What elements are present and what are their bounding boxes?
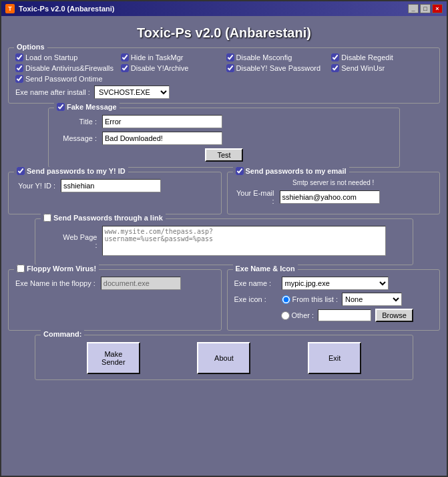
from-list-row: Exe icon : From this list : None — [234, 293, 433, 306]
exe-name-group: Exe Name & Icon Exe name : mypic.jpg.exe… — [227, 269, 441, 331]
exe-label: Exe name after install : — [15, 88, 90, 96]
title-bar: T Toxic-Ps v2.0 (Anbarestani) _ □ × — [1, 1, 447, 16]
close-button[interactable]: × — [432, 4, 443, 13]
fake-message-check[interactable] — [57, 103, 65, 111]
floppy-check[interactable] — [17, 265, 25, 273]
from-list-radio-label[interactable]: From this list : — [282, 295, 338, 304]
floppy-exe-row: Exe Name in the floppy : — [15, 277, 214, 290]
maximize-button[interactable]: □ — [420, 4, 431, 13]
option-disable-savepass-check[interactable] — [226, 64, 234, 72]
other-radio[interactable] — [281, 311, 290, 320]
exe-name-dropdown[interactable]: mypic.jpg.exe — [282, 277, 389, 290]
command-group: Command: MakeSender About Exit — [35, 335, 413, 380]
option-load-startup-check[interactable] — [15, 53, 23, 61]
email-group: Send passwords to my email Smtp server i… — [227, 172, 441, 214]
option-disable-savepass[interactable]: DisableY! Save Password — [226, 64, 328, 72]
option-disable-msconfig-check[interactable] — [226, 53, 234, 61]
title-row: Title : — [57, 115, 391, 128]
title-bar-left: T Toxic-Ps v2.0 (Anbarestani) — [5, 4, 114, 13]
exe-icon-label: Exe icon : — [234, 295, 278, 303]
other-radio-label[interactable]: Other : — [281, 311, 314, 320]
exe-name-label: Exe name : — [234, 279, 278, 287]
message-row: Message : — [57, 132, 391, 145]
title-input[interactable] — [102, 115, 222, 128]
floppy-exe-label: Exe Name in the floppy : — [15, 279, 95, 287]
main-window: T Toxic-Ps v2.0 (Anbarestani) _ □ × Toxi… — [0, 0, 448, 477]
option-disable-antivirus[interactable]: Disable Antivirus&Firewalls — [15, 64, 117, 72]
from-list-radio[interactable] — [282, 295, 290, 304]
yahoo-id-row: Your Y! ID : — [15, 179, 214, 192]
main-content: Toxic-Ps v2.0 (Anbarestani) Options Load… — [1, 16, 447, 476]
email-row: Your E-mail : — [234, 189, 433, 205]
option-load-startup[interactable]: Load on Startup — [15, 53, 117, 61]
exe-name-group-label: Exe Name & Icon — [233, 265, 298, 273]
exe-row: Exe name after install : SVCHOST.EXE EXP… — [15, 86, 433, 99]
option-disable-regedit-check[interactable] — [331, 53, 339, 61]
yahoo-id-label: Your Y! ID : — [15, 182, 55, 190]
fake-message-group: Fake Message Title : Message : Test — [48, 108, 400, 168]
yahoo-label: Send passwords to my Y! ID — [14, 167, 128, 175]
webpage-label: Web Page : — [62, 233, 97, 249]
other-input[interactable] — [318, 309, 371, 321]
option-send-pass-ontime-check[interactable] — [15, 75, 23, 83]
email-check[interactable] — [236, 167, 244, 175]
link-label: Send Passwords through a link — [41, 214, 166, 222]
exe-name-row: Exe name : mypic.jpg.exe — [234, 277, 433, 290]
option-disable-archive-check[interactable] — [121, 64, 129, 72]
minimize-button[interactable]: _ — [408, 4, 419, 13]
window-title: Toxic-Ps v2.0 (Anbarestani) — [19, 5, 114, 13]
option-send-winusr[interactable]: Send WinUsr — [331, 64, 433, 72]
browse-button[interactable]: Browse — [375, 309, 413, 322]
floppy-group: Floppy Worm Virus! Exe Name in the flopp… — [8, 269, 222, 331]
option-disable-regedit[interactable]: Disable Regedit — [331, 53, 433, 61]
link-check[interactable] — [43, 214, 51, 222]
option-disable-msconfig[interactable]: Disable Msconfig — [226, 53, 328, 61]
message-label: Message : — [57, 134, 97, 142]
smtp-note: Smtp server is not needed ! — [234, 179, 433, 186]
other-row: Other : Browse — [234, 309, 433, 322]
exe-name-select[interactable]: SVCHOST.EXE EXPLORER.EXE WINLOGON.EXE — [94, 86, 170, 99]
option-send-winusr-check[interactable] — [331, 64, 339, 72]
floppy-label: Floppy Worm Virus! — [14, 265, 99, 273]
option-send-pass-ontime[interactable]: Send Password Ontime — [15, 75, 117, 83]
make-sender-button[interactable]: MakeSender — [87, 342, 140, 374]
about-button[interactable]: About — [197, 342, 250, 374]
webpage-input[interactable] — [102, 226, 386, 256]
options-group: Options Load on Startup Hide in TaskMgr … — [8, 47, 440, 104]
options-label: Options — [14, 43, 47, 51]
title-label: Title : — [57, 118, 97, 126]
email-label: Send passwords to my email — [233, 167, 349, 175]
option-hide-taskmgr[interactable]: Hide in TaskMgr — [121, 53, 222, 61]
options-grid: Load on Startup Hide in TaskMgr Disable … — [15, 53, 433, 83]
yahoo-id-input[interactable] — [61, 179, 161, 192]
webpage-row: Web Page : — [62, 226, 386, 256]
yahoo-email-row: Send passwords to my Y! ID Your Y! ID : … — [8, 172, 440, 214]
exit-button[interactable]: Exit — [308, 342, 361, 374]
link-group: Send Passwords through a link Web Page : — [35, 218, 413, 265]
yahoo-group: Send passwords to my Y! ID Your Y! ID : — [8, 172, 222, 214]
command-buttons: MakeSender About Exit — [62, 342, 386, 374]
command-label: Command: — [41, 330, 84, 338]
icon-list-select[interactable]: None — [342, 293, 402, 306]
from-list-label: From this list : — [292, 295, 338, 303]
option-disable-archive[interactable]: Disable Y!Archive — [121, 64, 222, 72]
email-input[interactable] — [280, 190, 380, 204]
app-title: Toxic-Ps v2.0 (Anbarestani) — [8, 21, 440, 43]
option-disable-antivirus-check[interactable] — [15, 64, 23, 72]
floppy-exe-input[interactable] — [101, 277, 181, 290]
option-hide-taskmgr-check[interactable] — [121, 53, 129, 61]
test-btn-row: Test — [57, 148, 391, 162]
bottom-row: Floppy Worm Virus! Exe Name in the flopp… — [8, 269, 440, 331]
test-button[interactable]: Test — [205, 148, 242, 162]
fake-message-label: Fake Message — [54, 103, 120, 111]
message-input[interactable] — [102, 132, 222, 145]
app-icon: T — [5, 4, 15, 13]
email-field-label: Your E-mail : — [234, 189, 274, 205]
other-label: Other : — [292, 311, 314, 319]
yahoo-check[interactable] — [17, 167, 25, 175]
title-bar-controls: _ □ × — [408, 4, 443, 13]
